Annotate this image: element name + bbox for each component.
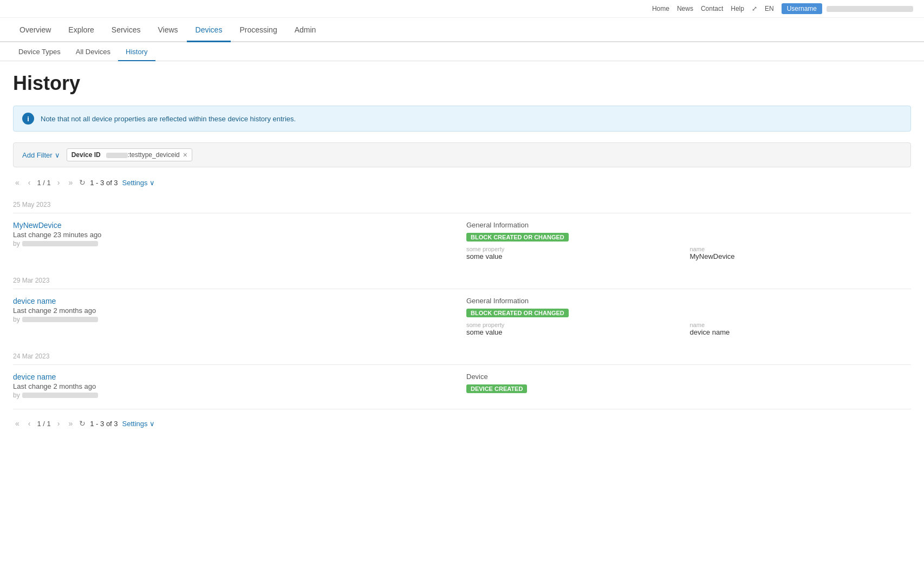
- pagination-bottom: « ‹ 1 / 1 › » ↻ 1 - 3 of 3 Settings ∨: [13, 414, 911, 433]
- entry-section-3: Device: [466, 373, 911, 381]
- main-nav: Overview Explore Services Views Devices …: [0, 18, 924, 42]
- next-page-button-bottom[interactable]: ›: [55, 418, 62, 429]
- next-page-button[interactable]: ›: [55, 177, 62, 188]
- top-bar: Home News Contact Help ⤢ EN Username: [0, 0, 924, 18]
- history-entry-2: device name Last change 2 months ago by …: [13, 289, 911, 344]
- info-icon: i: [22, 113, 34, 125]
- settings-chevron-bottom: ∨: [149, 420, 155, 428]
- entry-left-3: device name Last change 2 months ago by: [13, 373, 458, 399]
- prev-page-button[interactable]: ‹: [26, 177, 33, 188]
- language-selector[interactable]: EN: [765, 5, 774, 12]
- last-page-button-bottom[interactable]: »: [66, 418, 75, 429]
- filter-bar: Add Filter ∨ Device ID :testtype_devicei…: [13, 142, 911, 167]
- last-page-button[interactable]: »: [66, 177, 75, 188]
- entry-right-1: General Information BLOCK CREATED OR CHA…: [466, 221, 911, 260]
- filter-tag-value: :testtype_deviceid: [106, 151, 180, 159]
- badge-2: BLOCK CREATED OR CHANGED: [466, 309, 569, 317]
- count-top: 1 - 3 of 3: [90, 179, 118, 187]
- prop-value-1a: some value: [466, 252, 688, 260]
- prop-label-1a: some property: [466, 246, 688, 252]
- help-link[interactable]: Help: [731, 5, 744, 12]
- prop-value-2b: device name: [690, 328, 912, 336]
- nav-overview[interactable]: Overview: [11, 18, 60, 42]
- contact-link[interactable]: Contact: [701, 5, 723, 12]
- nav-admin[interactable]: Admin: [286, 18, 325, 42]
- entry-props-1: some property some value name MyNewDevic…: [466, 246, 911, 260]
- prop-value-1b: MyNewDevice: [690, 252, 912, 260]
- entry-section-2: General Information: [466, 297, 911, 305]
- history-list: 25 May 2023 MyNewDevice Last change 23 m…: [13, 192, 911, 407]
- user-area: Username: [782, 3, 913, 14]
- prop-label-2b: name: [690, 322, 912, 328]
- nav-devices[interactable]: Devices: [187, 18, 231, 42]
- subnav-device-types[interactable]: Device Types: [11, 42, 68, 61]
- date-separator-1: 25 May 2023: [13, 192, 911, 213]
- refresh-button-bottom[interactable]: ↻: [79, 419, 86, 428]
- count-bottom: 1 - 3 of 3: [90, 420, 118, 428]
- first-page-button[interactable]: «: [13, 177, 22, 188]
- nav-explore[interactable]: Explore: [60, 18, 102, 42]
- entry-props-2: some property some value name device nam…: [466, 322, 911, 336]
- entry-right-2: General Information BLOCK CREATED OR CHA…: [466, 297, 911, 336]
- settings-button-bottom[interactable]: Settings ∨: [122, 420, 155, 428]
- user-button[interactable]: Username: [782, 3, 822, 14]
- history-entry-1: MyNewDevice Last change 23 minutes ago b…: [13, 213, 911, 268]
- nav-views[interactable]: Views: [149, 18, 187, 42]
- page-current-top: 1 / 1: [37, 179, 50, 187]
- entry-left-1: MyNewDevice Last change 23 minutes ago b…: [13, 221, 458, 260]
- filter-tag-label: Device ID: [71, 151, 101, 159]
- badge-1: BLOCK CREATED OR CHANGED: [466, 233, 569, 241]
- news-link[interactable]: News: [677, 5, 693, 12]
- device-name-link-2[interactable]: device name: [13, 297, 56, 305]
- date-separator-3: 24 Mar 2023: [13, 344, 911, 364]
- entry-by-2: by: [13, 316, 458, 323]
- page-content: History i Note that not all device prope…: [0, 61, 924, 466]
- prev-page-button-bottom[interactable]: ‹: [26, 418, 33, 429]
- entry-last-change-3: Last change 2 months ago: [13, 382, 458, 390]
- history-entry-3: device name Last change 2 months ago by …: [13, 364, 911, 407]
- nav-services[interactable]: Services: [103, 18, 149, 42]
- entry-right-3: Device DEVICE CREATED: [466, 373, 911, 399]
- home-link[interactable]: Home: [652, 5, 669, 12]
- page-current-bottom: 1 / 1: [37, 420, 50, 428]
- device-name-link-1[interactable]: MyNewDevice: [13, 221, 61, 230]
- entry-by-3: by: [13, 391, 458, 399]
- entry-last-change-1: Last change 23 minutes ago: [13, 231, 458, 239]
- prop-value-2a: some value: [466, 328, 688, 336]
- nav-processing[interactable]: Processing: [231, 18, 285, 42]
- subnav-history[interactable]: History: [118, 42, 155, 61]
- prop-label-1b: name: [690, 246, 912, 252]
- filter-tag-device-id: Device ID :testtype_deviceid ×: [67, 148, 192, 161]
- add-filter-label: Add Filter: [22, 151, 53, 159]
- refresh-button-top[interactable]: ↻: [79, 178, 86, 187]
- add-filter-chevron: ∨: [55, 151, 60, 159]
- subnav-all-devices[interactable]: All Devices: [68, 42, 118, 61]
- bottom-divider: [13, 409, 911, 409]
- sub-nav: Device Types All Devices History: [0, 42, 924, 61]
- settings-button-top[interactable]: Settings ∨: [122, 179, 155, 187]
- entry-section-1: General Information: [466, 221, 911, 229]
- first-page-button-bottom[interactable]: «: [13, 418, 22, 429]
- info-banner-text: Note that not all device properties are …: [41, 115, 296, 123]
- date-separator-2: 29 Mar 2023: [13, 268, 911, 289]
- page-title: History: [13, 72, 911, 95]
- entry-last-change-2: Last change 2 months ago: [13, 306, 458, 315]
- pagination-top: « ‹ 1 / 1 › » ↻ 1 - 3 of 3 Settings ∨: [13, 173, 911, 192]
- prop-label-2a: some property: [466, 322, 688, 328]
- user-info: [827, 5, 913, 12]
- filter-remove-button[interactable]: ×: [183, 151, 187, 159]
- badge-3: DEVICE CREATED: [466, 384, 527, 393]
- add-filter-button[interactable]: Add Filter ∨: [22, 151, 60, 159]
- info-banner: i Note that not all device properties ar…: [13, 106, 911, 132]
- device-name-link-3[interactable]: device name: [13, 373, 56, 381]
- entry-left-2: device name Last change 2 months ago by: [13, 297, 458, 336]
- expand-icon: ⤢: [752, 5, 757, 12]
- entry-by-1: by: [13, 240, 458, 247]
- settings-chevron-top: ∨: [149, 179, 155, 187]
